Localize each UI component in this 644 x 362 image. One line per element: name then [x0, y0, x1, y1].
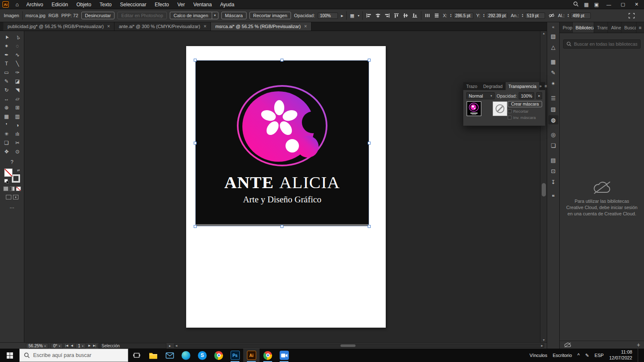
- tab-publicidad[interactable]: publicidad.jpg* @ 56.25 % (RGB/Previsual…: [3, 22, 114, 31]
- image-trace-combo[interactable]: Calco de imagen ▾: [170, 12, 218, 19]
- illustrator-app-icon[interactable]: Ai: [3, 1, 9, 8]
- selection-handle[interactable]: [368, 59, 371, 62]
- symbols-panel-icon[interactable]: ✴: [548, 79, 558, 88]
- asset-export-panel-icon[interactable]: ↧: [548, 177, 558, 186]
- tab-transparencia[interactable]: Transparencia: [506, 82, 540, 90]
- menu-ayuda[interactable]: Ayuda: [216, 2, 239, 8]
- mask-button[interactable]: Máscara: [221, 12, 247, 19]
- help-icon[interactable]: ?: [10, 159, 13, 165]
- arrange-documents-icon[interactable]: ▦: [584, 2, 589, 8]
- scale-tool[interactable]: ◥: [13, 86, 23, 94]
- default-fill-stroke-icon[interactable]: [4, 179, 8, 183]
- blend-mode-select[interactable]: Normal ▾: [466, 92, 495, 99]
- close-tab-icon[interactable]: ×: [304, 23, 307, 29]
- selection-handle[interactable]: [280, 225, 283, 228]
- lasso-tool[interactable]: ◌: [13, 42, 23, 50]
- chevron-down-icon[interactable]: ▾: [212, 12, 218, 19]
- libraries-search-input[interactable]: [574, 41, 637, 47]
- crop-image-button[interactable]: Recortar imagen: [249, 12, 291, 19]
- line-segment-tool[interactable]: ╲: [13, 59, 23, 68]
- taskbar-search-input[interactable]: [33, 352, 124, 358]
- panel-menu-icon[interactable]: ≡: [636, 22, 644, 33]
- distribute-horizontal-icon[interactable]: [424, 13, 431, 18]
- tab-msrca[interactable]: msrca.ai* @ 56.25 % (RGB/Previsualizar) …: [211, 22, 312, 31]
- menu-efecto[interactable]: Efecto: [151, 2, 173, 8]
- height-stepper[interactable]: ▴▾: [568, 13, 569, 18]
- object-thumbnail[interactable]: [467, 101, 481, 116]
- y-stepper[interactable]: ▴▾: [483, 13, 484, 18]
- horizontal-scrollbar[interactable]: ◀ ▶: [174, 344, 544, 348]
- pencil-tool[interactable]: ✎: [2, 77, 12, 85]
- stroke-panel-icon[interactable]: ☰: [548, 93, 558, 103]
- artboard-tool[interactable]: ❏: [2, 139, 12, 147]
- selection-handle[interactable]: [368, 142, 371, 145]
- panel-more-icon[interactable]: »: [539, 84, 542, 88]
- vertical-scrollbar[interactable]: ▲ ▼: [540, 31, 547, 342]
- opacity-value[interactable]: 100%: [318, 13, 338, 19]
- gradient-tool[interactable]: ▥: [13, 112, 23, 121]
- menu-ver[interactable]: Ver: [173, 2, 189, 8]
- column-graph-tool[interactable]: ılı: [13, 130, 23, 138]
- perspective-grid-tool[interactable]: ⊞: [13, 103, 23, 112]
- close-button[interactable]: ✕: [633, 2, 641, 7]
- mail-icon[interactable]: [161, 349, 178, 362]
- libraries-search[interactable]: [563, 39, 641, 49]
- close-tab-icon[interactable]: ×: [203, 23, 206, 29]
- embed-button[interactable]: Desincrustar: [81, 12, 115, 19]
- transparency-panel-icon[interactable]: ◍: [548, 115, 558, 124]
- show-desktop-button[interactable]: [638, 349, 640, 362]
- appearance-panel-icon[interactable]: ◎: [548, 130, 558, 139]
- menu-texto[interactable]: Texto: [96, 2, 116, 8]
- height-value-field[interactable]: 499 pt: [571, 13, 591, 19]
- scroll-right-icon[interactable]: ▶: [541, 344, 543, 348]
- minimize-button[interactable]: —: [604, 2, 613, 7]
- constrain-proportions-icon[interactable]: [548, 13, 555, 18]
- artboards-panel-icon[interactable]: ⊡: [548, 166, 558, 176]
- home-icon[interactable]: ⌂: [16, 1, 19, 8]
- opacity-flyout-icon[interactable]: ▸: [341, 13, 343, 18]
- curvature-tool[interactable]: ∿: [13, 51, 23, 59]
- fill-stroke-control[interactable]: ⇄: [4, 168, 20, 183]
- align-right-icon[interactable]: [384, 13, 390, 18]
- tab-bibliotecas[interactable]: Bibliotecas: [573, 22, 594, 33]
- comments-panel-icon[interactable]: ❝: [548, 192, 558, 201]
- scroll-up-icon[interactable]: ▲: [540, 32, 547, 35]
- mask-thumbnail[interactable]: [493, 101, 507, 116]
- align-left-icon[interactable]: [366, 13, 372, 18]
- edit-toolbar-icon[interactable]: …: [10, 204, 15, 209]
- symbol-sprayer-tool[interactable]: ✳: [2, 130, 12, 138]
- status-flyout-icon[interactable]: ▸: [169, 344, 171, 348]
- sel ection-handle[interactable]: [194, 225, 197, 228]
- menu-seleccionar[interactable]: Seleccionar: [116, 2, 151, 8]
- color-panel-icon[interactable]: ▧: [548, 31, 558, 41]
- color-button[interactable]: [3, 186, 8, 191]
- last-artboard-icon[interactable]: ▶|: [93, 344, 96, 347]
- width-value-field[interactable]: 519 pt: [525, 13, 545, 19]
- draw-inside-icon[interactable]: [13, 195, 18, 199]
- selection-handle[interactable]: [368, 225, 371, 228]
- taskbar-clock[interactable]: 11:08 12/07/2022: [609, 349, 632, 361]
- skype-icon[interactable]: S: [194, 349, 210, 362]
- y-value-field[interactable]: 292.39 pt: [486, 13, 508, 19]
- cloud-sync-icon[interactable]: [564, 342, 572, 348]
- panel-opacity-value[interactable]: 100%: [519, 92, 534, 99]
- next-artboard-icon[interactable]: ▶: [88, 344, 91, 347]
- edge-icon[interactable]: [178, 349, 194, 362]
- opacity-flyout-icon[interactable]: ▸: [536, 92, 542, 99]
- tab-ante[interactable]: ante.ai* @ 300 % (CMYK/Previsualizar) ×: [114, 22, 211, 31]
- panel-menu-icon[interactable]: ≡: [545, 84, 547, 88]
- chrome-icon-2[interactable]: [260, 349, 276, 362]
- distribute-vertical-icon[interactable]: [434, 13, 440, 18]
- chevron-down-icon[interactable]: ▾: [358, 14, 359, 18]
- tab-trazo[interactable]: Trazo: [463, 82, 480, 90]
- make-mask-button[interactable]: Crear máscara: [508, 101, 542, 107]
- illustrator-icon[interactable]: Ai: [243, 349, 260, 362]
- tray-links-toolbar[interactable]: Vínculos: [530, 353, 547, 358]
- previous-artboard-icon[interactable]: ◀: [71, 344, 73, 347]
- horizontal-scroll-thumb[interactable]: [340, 344, 356, 347]
- align-vcenter-icon[interactable]: [402, 13, 409, 18]
- start-button[interactable]: [0, 349, 19, 362]
- blend-tool[interactable]: ◑: [13, 121, 23, 129]
- color-guide-panel-icon[interactable]: △: [548, 42, 558, 52]
- tray-expand-icon[interactable]: ^: [577, 352, 580, 358]
